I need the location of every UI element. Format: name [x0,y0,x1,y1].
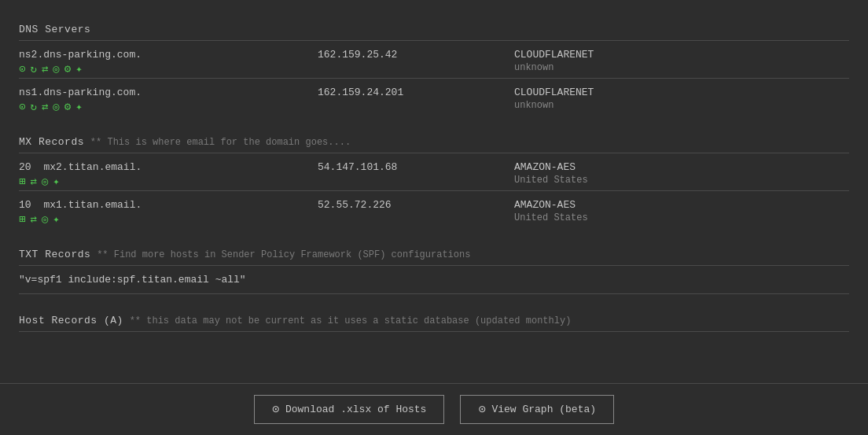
footer-bar: ⊙ Download .xlsx of Hosts ⊙ View Graph (… [0,383,868,435]
mx-priority-2: 10 [19,199,31,211]
dns-record-ip-1: 162.159.25.42 [318,49,514,61]
dns-record-detail-1: unknown [514,62,849,73]
graph-btn-label: View Graph (beta) [491,404,596,415]
download-xlsx-button[interactable]: ⊙ Download .xlsx of Hosts [254,395,444,424]
eye-icon[interactable]: ◎ [53,64,59,75]
refresh-icon[interactable]: ↻ [30,64,36,75]
mx-host-2: mx1.titan.email. [43,199,142,211]
download-icon: ⊙ [272,402,279,417]
shuffle-icon-2[interactable]: ⇄ [42,101,48,112]
eye-icon-mx1[interactable]: ◎ [42,176,48,187]
txt-section-note: ** Find more hosts in Sender Policy Fram… [97,249,470,260]
dns-section-title: DNS Servers [19,24,90,35]
grid-icon-mx1[interactable]: ⊞ [19,176,25,187]
plus-icon[interactable]: ✦ [75,64,82,75]
plus-icon-mx1[interactable]: ✦ [53,176,59,187]
mx-record-row-2: 10 mx1.titan.email. ⊞ ⇄ ◎ ✦ 52.55.72.226… [19,191,849,228]
mx-priority-1: 20 [19,161,31,173]
mx-record-detail-1: United States [514,175,849,186]
eye-icon-2[interactable]: ◎ [53,101,59,112]
mx-record-ip-2: 52.55.72.226 [318,199,514,211]
dns-record-ip-2: 162.159.24.201 [318,87,514,98]
eye-icon-mx2[interactable]: ◎ [42,214,48,225]
plus-icon-2[interactable]: ✦ [75,101,82,112]
download-btn-label: Download .xlsx of Hosts [285,404,426,415]
globe-icon[interactable]: ⊙ [19,64,25,75]
shuffle-icon-mx2[interactable]: ⇄ [30,214,36,225]
dns-record-row: ns2.dns-parking.com. ⊙ ↻ ⇄ ◎ ⚙ ✦ 162.159… [19,41,849,79]
txt-section-title: TXT Records [19,249,90,260]
host-section-note: ** this data may not be current as it us… [130,315,572,326]
txt-record-value: "v=spf1 include:spf.titan.email ~all" [19,266,849,294]
mx-record-org-2: AMAZON-AES [514,199,849,211]
plus-icon-mx2[interactable]: ✦ [53,214,59,225]
dns-record-org-1: CLOUDFLARENET [514,49,849,61]
mx-section-note: ** This is where email for the domain go… [90,137,351,148]
dns-record-detail-2: unknown [514,100,849,111]
shuffle-icon-mx1[interactable]: ⇄ [30,176,36,187]
mx-record-name-1: 20 mx2.titan.email. [19,161,318,173]
gear-icon[interactable]: ⚙ [64,64,71,75]
dns-record-org-2: CLOUDFLARENET [514,87,849,98]
mx-record-ip-1: 54.147.101.68 [318,161,514,173]
mx-host-1: mx2.titan.email. [43,161,142,173]
host-section-title: Host Records (A) [19,315,123,326]
mx-record-row-1: 20 mx2.titan.email. ⊞ ⇄ ◎ ✦ 54.147.101.6… [19,153,849,191]
mx-record-org-1: AMAZON-AES [514,161,849,173]
refresh-icon-2[interactable]: ↻ [30,101,36,112]
mx-section-title: MX Records [19,136,84,148]
mx-record-detail-2: United States [514,212,849,223]
dns-record-name-2: ns1.dns-parking.com. [19,87,318,98]
view-graph-button[interactable]: ⊙ View Graph (beta) [460,395,614,424]
shuffle-icon[interactable]: ⇄ [42,64,48,75]
graph-icon: ⊙ [478,402,485,417]
globe-icon-2[interactable]: ⊙ [19,101,25,112]
dns-record-name-1: ns2.dns-parking.com. [19,49,318,61]
dns-record-row-2: ns1.dns-parking.com. ⊙ ↻ ⇄ ◎ ⚙ ✦ 162.159… [19,79,849,116]
mx-record-name-2: 10 mx1.titan.email. [19,199,318,211]
grid-icon-mx2[interactable]: ⊞ [19,214,25,225]
gear-icon-2[interactable]: ⚙ [64,101,71,112]
